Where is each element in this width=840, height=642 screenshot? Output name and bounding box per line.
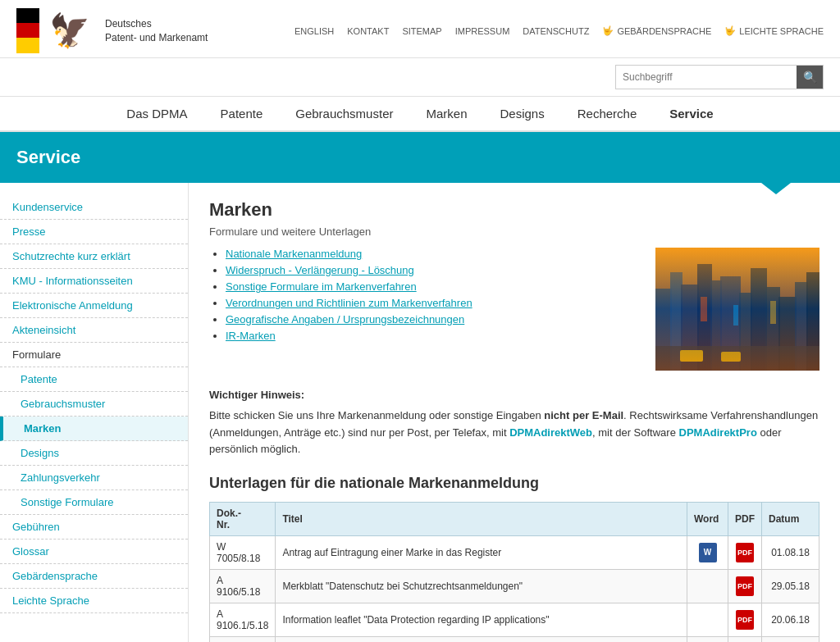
link-sonstige[interactable]: Sonstige Formulare im Markenverfahren (226, 280, 417, 293)
page-title: Marken (209, 199, 819, 221)
page-subtitle: Formulare und weitere Unterlagen (209, 225, 819, 238)
sidebar-item-gebrauchsmuster-sub[interactable]: Gebrauchsmuster (0, 392, 188, 417)
top-links: ENGLISH KONTAKT SITEMAP IMPRESSUM DATENS… (294, 25, 824, 36)
svg-rect-17 (733, 305, 738, 326)
nav-service[interactable]: Service (669, 107, 713, 121)
logo-text: Deutsches Patent- und Markenamt (105, 17, 208, 45)
pdf-icon[interactable]: PDF (736, 576, 754, 596)
link-geografische[interactable]: Geografische Angaben / Ursprungsbezeichn… (226, 313, 464, 326)
search-input[interactable] (616, 66, 797, 89)
english-link[interactable]: ENGLISH (294, 26, 334, 36)
sidebar-item-patente-sub[interactable]: Patente (0, 367, 188, 392)
nav-patente[interactable]: Patente (221, 107, 263, 121)
sidebar: Kundenservice Presse Schutzrechte kurz e… (0, 183, 189, 642)
kontakt-link[interactable]: KONTAKT (347, 26, 389, 36)
cell-datum: 01.08.18 (762, 637, 819, 642)
svg-rect-2 (670, 272, 682, 371)
sidebar-item-sonstige-formulare[interactable]: Sonstige Formulare (0, 490, 188, 515)
top-bar: 🦅 Deutsches Patent- und Markenamt ENGLIS… (0, 0, 840, 58)
sidebar-item-schutzrechte[interactable]: Schutzrechte kurz erklärt (0, 244, 188, 269)
svg-rect-15 (721, 352, 741, 362)
section-title: Unterlagen für die nationale Markenanmel… (209, 475, 819, 492)
sidebar-item-kmu[interactable]: KMU - Informationsseiten (0, 269, 188, 294)
cell-datum: 01.08.18 (762, 536, 819, 570)
table-row: A 9106.1/5.18Information leaflet "Data P… (210, 603, 819, 637)
cell-pdf: PDF (728, 603, 762, 637)
data-table: Dok.-Nr. Titel Word PDF Datum W 7005/8.1… (209, 502, 819, 642)
th-word: Word (687, 503, 728, 536)
nav-marken[interactable]: Marken (426, 107, 467, 121)
sidebar-item-formulare[interactable]: Formulare (0, 343, 188, 367)
nav-gebrauchsmuster[interactable]: Gebrauchsmuster (295, 107, 393, 121)
cell-titel: Ausfüllhinweise zum Antrag (276, 637, 687, 642)
nav-designs[interactable]: Designs (500, 107, 545, 121)
nav-das-dpma[interactable]: Das DPMA (126, 107, 187, 121)
sidebar-item-presse[interactable]: Presse (0, 220, 188, 244)
cell-pdf: PDF (728, 637, 762, 642)
main-content: Marken Formulare und weitere Unterlagen … (189, 183, 840, 642)
cell-word (687, 603, 728, 637)
logo-line2: Patent- und Markenamt (105, 31, 208, 45)
gebaerdensprache-link[interactable]: 🤟 GEBÄRDENSPRACHE (602, 25, 711, 36)
svg-rect-18 (770, 301, 776, 324)
sidebar-item-akteneinsicht[interactable]: Akteneinsicht (0, 318, 188, 343)
table-row: W 7005/8.18Antrag auf Eintragung einer M… (210, 536, 819, 570)
table-row: A 9106/5.18Merkblatt "Datenschutz bei Sc… (210, 570, 819, 603)
sidebar-item-glossar[interactable]: Glossar (0, 540, 188, 564)
cell-dok: A 9106.1/5.18 (210, 603, 276, 637)
cell-word: W (687, 536, 728, 570)
impressum-link[interactable]: IMPRESSUM (455, 26, 510, 36)
search-area: 🔍 (0, 58, 840, 97)
flag-icon (16, 8, 39, 53)
cell-dok: W 7005/8.18 (210, 536, 276, 570)
dpma-direkt-web-link[interactable]: DPMAdirektWeb (509, 426, 592, 439)
dpma-direkt-pro-link[interactable]: DPMAdirektPro (679, 426, 757, 439)
svg-rect-16 (701, 297, 707, 321)
link-nationale[interactable]: Nationale Markenanmeldung (226, 248, 362, 260)
cell-dok: W 7005/8.18 (210, 637, 276, 642)
sidebar-item-zahlungsverkehr[interactable]: Zahlungsverkehr (0, 466, 188, 490)
content-wrapper: Kundenservice Presse Schutzrechte kurz e… (0, 183, 840, 642)
table-row: W 7005/8.18Ausfüllhinweise zum AntragPDF… (210, 637, 819, 642)
svg-rect-1 (655, 289, 672, 371)
svg-rect-0 (655, 248, 819, 371)
svg-rect-4 (697, 264, 712, 371)
svg-rect-11 (795, 282, 808, 371)
sidebar-item-leichte-sprache[interactable]: Leichte Sprache (0, 589, 188, 613)
link-widerspruch[interactable]: Widerspruch - Verlängerung - Löschung (226, 264, 414, 276)
hero-chevron (761, 183, 791, 194)
logo-area: 🦅 Deutsches Patent- und Markenamt (16, 8, 208, 53)
sidebar-item-gebaerdensprache[interactable]: Gebärdensprache (0, 564, 188, 589)
link-ir-marken[interactable]: IR-Marken (226, 330, 276, 342)
svg-rect-13 (655, 346, 819, 371)
sidebar-item-gebuehren[interactable]: Gebühren (0, 515, 188, 540)
search-box: 🔍 (615, 65, 824, 89)
eagle-icon: 🦅 (49, 11, 90, 50)
svg-rect-5 (710, 280, 722, 371)
nav-recherche[interactable]: Recherche (578, 107, 637, 121)
sidebar-item-designs-sub[interactable]: Designs (0, 441, 188, 466)
cell-pdf: PDF (728, 570, 762, 603)
cell-titel: Information leaflet "Data Protection reg… (276, 603, 687, 637)
cell-datum: 20.06.18 (762, 603, 819, 637)
hinweis-title: Wichtiger Hinweis: (209, 387, 819, 404)
th-pdf: PDF (728, 503, 762, 536)
sitemap-link[interactable]: SITEMAP (402, 26, 441, 36)
cell-datum: 29.05.18 (762, 570, 819, 603)
word-icon[interactable]: W (699, 543, 717, 562)
svg-rect-8 (751, 268, 767, 371)
datenschutz-link[interactable]: DATENSCHUTZ (523, 26, 589, 36)
sidebar-item-elektronische-anmeldung[interactable]: Elektronische Anmeldung (0, 294, 188, 318)
cell-dok: A 9106/5.18 (210, 570, 276, 603)
sidebar-item-marken-sub[interactable]: Marken (0, 417, 188, 441)
link-verordnungen[interactable]: Verordnungen und Richtlinien zum Markenv… (226, 297, 472, 309)
th-datum: Datum (762, 503, 819, 536)
search-button[interactable]: 🔍 (797, 66, 823, 89)
sidebar-item-kundenservice[interactable]: Kundenservice (0, 195, 188, 220)
content-image (655, 248, 819, 371)
pdf-icon[interactable]: PDF (736, 610, 754, 630)
th-titel: Titel (276, 503, 687, 536)
leichte-sprache-link[interactable]: 🤟 LEICHTE SPRACHE (724, 25, 824, 36)
pdf-icon[interactable]: PDF (736, 543, 754, 562)
links-list: Nationale Markenanmeldung Widerspruch - … (209, 248, 639, 371)
